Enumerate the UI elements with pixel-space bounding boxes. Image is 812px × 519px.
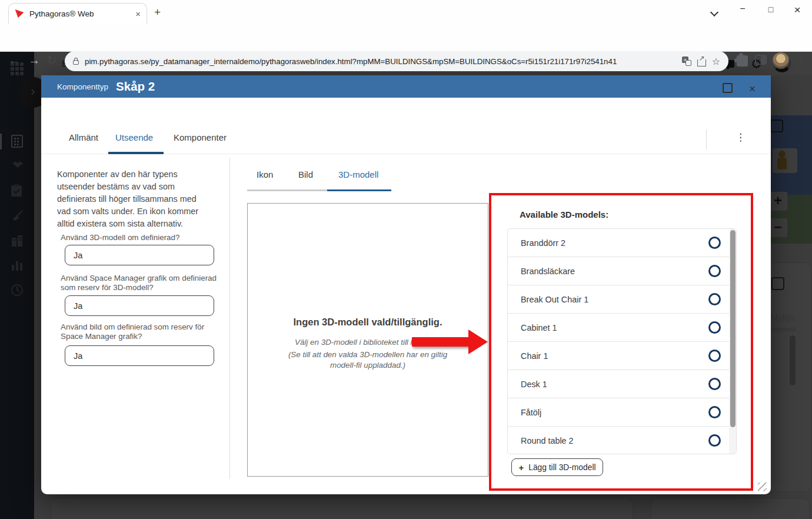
reload-button[interactable]: ↻ [47, 54, 56, 67]
lock-icon [73, 60, 79, 65]
appearance-description: Komponenter av den här typens utseender … [57, 168, 208, 230]
window-minimize-button[interactable]: − [734, 4, 751, 14]
browser-titlebar: Pythagoras® Web × + − □ × [0, 0, 812, 24]
tab-utseende[interactable]: Utseende [115, 132, 153, 142]
window-maximize-button[interactable]: □ [762, 5, 780, 14]
new-tab-button[interactable]: + [154, 6, 161, 19]
subtab-3d-modell[interactable]: 3D-modell [338, 169, 378, 179]
translate-icon[interactable]: a [682, 56, 691, 66]
dialog-title: Skåp 2 [116, 79, 155, 94]
tab-bar-divider [706, 129, 707, 149]
browser-menu-icon[interactable]: ⋮ [796, 54, 806, 66]
field-label-spacemanager: Använd Space Manager grafik om definiera… [61, 274, 223, 293]
window-close-button[interactable]: × [788, 4, 806, 16]
back-button[interactable]: ← [8, 54, 20, 67]
share-icon[interactable] [697, 59, 706, 66]
panel-divider [229, 158, 230, 479]
tab-title: Pythagoras® Web [29, 9, 130, 18]
browser-toolbar: ← → ↻ pim.pythagoras.se/py_datamanager_i… [0, 24, 812, 52]
browser-profile-avatar[interactable] [773, 52, 789, 69]
field-value: Ja [74, 351, 82, 361]
subtab-ikon[interactable]: Ikon [257, 169, 273, 179]
dialog-maximize-icon[interactable] [723, 83, 733, 93]
pythagoras-favicon-icon [15, 9, 24, 18]
address-bar[interactable]: pim.pythagoras.se/py_datamanager_interna… [65, 51, 728, 71]
field-use-spacemanager[interactable]: Ja [65, 295, 214, 316]
empty-state-hint-2: (Se till att den valda 3D-modellen har e… [253, 350, 482, 359]
field-value: Ja [74, 301, 82, 311]
tab-close-icon[interactable]: × [135, 9, 141, 18]
tab-allmant[interactable]: Allmänt [69, 132, 98, 142]
field-use-image[interactable]: Ja [65, 345, 214, 366]
tab-komponenter[interactable]: Komponenter [174, 132, 227, 142]
dialog-menu-icon[interactable]: ⋮ [736, 131, 746, 144]
dialog-kicker: Komponenttyp [57, 82, 108, 91]
annotation-arrow [412, 337, 470, 347]
dialog-resize-handle[interactable] [758, 483, 767, 491]
subtab-active-underline [327, 189, 391, 192]
forward-button[interactable]: → [28, 54, 40, 67]
extensions-icon[interactable] [737, 55, 748, 66]
subtab-bild[interactable]: Bild [298, 169, 313, 179]
dialog-close-icon[interactable]: × [749, 82, 756, 95]
side-panel-icon[interactable] [755, 55, 767, 65]
field-label-bild: Använd bild om definierad som reserv för… [61, 322, 223, 342]
empty-state-title: Ingen 3D-modell vald/tillgänglig. [247, 317, 488, 328]
browser-tab[interactable]: Pythagoras® Web × [8, 3, 147, 24]
bookmark-star-icon[interactable]: ☆ [712, 56, 720, 67]
field-value: Ja [74, 251, 82, 260]
subtab-track-line [247, 189, 327, 191]
tab-search-chevron-icon[interactable] [710, 8, 718, 16]
empty-state-hint-3: modell-fil uppladdad.) [253, 361, 482, 370]
field-label-3d: Använd 3D-modell om definierad? [61, 233, 223, 242]
annotation-rectangle [489, 193, 753, 491]
field-use-3d-model[interactable]: Ja [65, 245, 214, 265]
dialog-header: Komponenttyp Skåp 2 [41, 75, 771, 98]
active-tab-underline [108, 152, 164, 154]
url-text[interactable]: pim.pythagoras.se/py_datamanager_interna… [85, 57, 676, 66]
